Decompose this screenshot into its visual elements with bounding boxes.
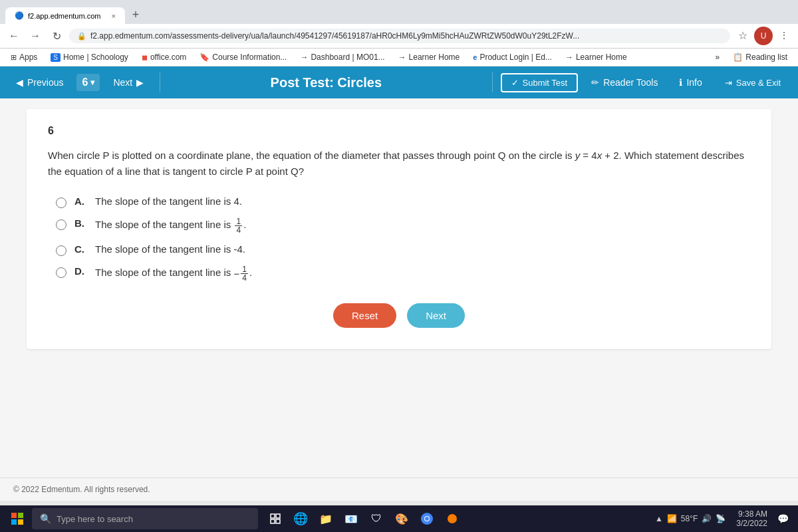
volume-icon: 🔊 bbox=[702, 514, 712, 523]
bookmark-product-label: Product Login | Ed... bbox=[479, 53, 552, 62]
color-button[interactable]: 🎨 bbox=[390, 507, 414, 531]
separator-1 bbox=[160, 72, 160, 92]
taskbar: 🔍 Type here to search 🌐 📁 📧 🛡 🎨 bbox=[0, 505, 798, 532]
option-c-label: C. bbox=[74, 243, 84, 255]
taskbar-search-bar[interactable]: 🔍 Type here to search bbox=[32, 508, 258, 529]
profile-button[interactable]: U bbox=[754, 27, 773, 45]
schoology-icon: S bbox=[51, 53, 61, 62]
separator-2 bbox=[492, 72, 493, 92]
taskbar-icons: 🌐 📁 📧 🛡 🎨 bbox=[263, 507, 464, 531]
dot-button[interactable] bbox=[440, 507, 464, 531]
question-card: 6 When circle P is plotted on a coordina… bbox=[27, 109, 771, 349]
submit-test-button[interactable]: ✓ Submit Test bbox=[501, 73, 579, 92]
bookmark-button[interactable]: ☆ bbox=[734, 27, 751, 44]
tab-close-icon[interactable]: × bbox=[112, 12, 116, 20]
taskbar-clock[interactable]: 9:38 AM 3/2/2022 bbox=[736, 509, 767, 528]
bookmark-learner2[interactable]: → Learner Home bbox=[560, 51, 632, 64]
bookmark-course-label: Course Information... bbox=[212, 53, 287, 62]
reset-button[interactable]: Reset bbox=[333, 303, 396, 328]
previous-icon: ◀ bbox=[16, 77, 23, 88]
save-exit-button[interactable]: ⇥ Save & Exit bbox=[716, 74, 790, 91]
option-a-text: The slope of the tangent line is 4. bbox=[95, 196, 242, 207]
app-toolbar: ◀ Previous 6 ▾ Next ▶ Post Test: Circles… bbox=[0, 66, 798, 98]
wifi-icon: 📶 bbox=[667, 514, 677, 523]
option-d-label: D. bbox=[74, 265, 84, 277]
bookmark-office[interactable]: ◼ office.com bbox=[136, 51, 192, 64]
option-b-text: The slope of the tangent line is 14. bbox=[95, 217, 246, 234]
question-number-display: 6 bbox=[48, 125, 750, 137]
chrome-button[interactable] bbox=[415, 507, 439, 531]
reader-tools-button[interactable]: ✏ Reader Tools bbox=[583, 73, 666, 92]
menu-button[interactable]: ⋮ bbox=[775, 27, 793, 44]
fraction-d: 14 bbox=[241, 265, 248, 282]
dashboard-icon: → bbox=[300, 53, 308, 62]
notification-icon: 💬 bbox=[777, 513, 789, 524]
date-display: 3/2/2022 bbox=[736, 519, 767, 528]
option-d-radio[interactable] bbox=[56, 267, 66, 278]
option-a[interactable]: A. The slope of the tangent line is 4. bbox=[56, 196, 750, 208]
chrome-icon bbox=[421, 513, 433, 525]
svg-rect-3 bbox=[18, 519, 23, 525]
task-view-button[interactable] bbox=[263, 507, 287, 531]
previous-button[interactable]: ◀ Previous bbox=[8, 73, 71, 92]
page-title: Post Test: Circles bbox=[168, 75, 483, 90]
bookmark-schoology-label: Home | Schoology bbox=[63, 53, 128, 62]
next-button-main[interactable]: Next bbox=[407, 303, 465, 328]
action-buttons: Reset Next bbox=[48, 303, 750, 333]
file-explorer-button[interactable]: 📁 bbox=[314, 507, 338, 531]
notification-button[interactable]: 💬 bbox=[773, 507, 793, 531]
bookmarks-bar: ⊞ Apps S Home | Schoology ◼ office.com 🔖… bbox=[0, 49, 798, 66]
bookmark-office-label: office.com bbox=[150, 53, 186, 62]
security-button[interactable]: 🛡 bbox=[364, 507, 388, 531]
option-a-radio[interactable] bbox=[56, 198, 66, 208]
edge-button[interactable]: 🌐 bbox=[289, 507, 313, 531]
folder-icon: 📁 bbox=[319, 513, 332, 525]
dropdown-icon: ▾ bbox=[90, 78, 94, 87]
svg-point-10 bbox=[425, 517, 429, 521]
next-icon-toolbar: ▶ bbox=[136, 77, 144, 88]
reading-list-button[interactable]: 📋 Reading list bbox=[728, 51, 793, 64]
time-display: 9:38 AM bbox=[736, 509, 767, 519]
svg-rect-5 bbox=[276, 514, 280, 518]
info-button[interactable]: ℹ Info bbox=[671, 73, 710, 92]
bookmark-learner1[interactable]: → Learner Home bbox=[393, 51, 466, 64]
address-bar[interactable]: 🔒 f2.app.edmentum.com/assessments-delive… bbox=[69, 29, 730, 43]
refresh-button[interactable]: ↻ bbox=[48, 27, 65, 45]
forward-button[interactable]: → bbox=[27, 27, 44, 45]
back-button[interactable]: ← bbox=[5, 27, 23, 45]
browser-tabs: 🔵 f2.app.edmentum.com × + bbox=[5, 3, 793, 24]
options-list: A. The slope of the tangent line is 4. B… bbox=[56, 196, 750, 282]
windows-logo-icon bbox=[11, 513, 23, 525]
active-tab[interactable]: 🔵 f2.app.edmentum.com × bbox=[5, 7, 125, 24]
reading-list-icon: 📋 bbox=[733, 53, 743, 62]
mail-button[interactable]: 📧 bbox=[339, 507, 363, 531]
svg-rect-7 bbox=[276, 519, 280, 523]
option-c[interactable]: C. The slope of the tangent line is -4. bbox=[56, 243, 750, 256]
next-button-toolbar[interactable]: Next ▶ bbox=[105, 73, 152, 92]
bookmark-learner1-label: Learner Home bbox=[409, 53, 460, 62]
option-d-text: The slope of the tangent line is −14. bbox=[95, 265, 252, 282]
question-selector[interactable]: 6 ▾ bbox=[76, 74, 100, 91]
more-bookmarks-button[interactable]: » bbox=[710, 51, 726, 64]
next-label-toolbar: Next bbox=[113, 77, 132, 88]
bookmark-course[interactable]: 🔖 Course Information... bbox=[194, 51, 292, 64]
reading-list-label: Reading list bbox=[745, 53, 787, 62]
start-button[interactable] bbox=[5, 507, 29, 531]
course-icon: 🔖 bbox=[200, 53, 209, 62]
option-a-label: A. bbox=[74, 196, 84, 207]
mail-icon: 📧 bbox=[344, 513, 358, 525]
option-d[interactable]: D. The slope of the tangent line is −14. bbox=[56, 265, 750, 282]
bookmark-dashboard[interactable]: → Dashboard | MO01... bbox=[295, 51, 390, 64]
bookmark-apps[interactable]: ⊞ Apps bbox=[5, 51, 43, 64]
bookmark-schoology[interactable]: S Home | Schoology bbox=[45, 51, 134, 64]
option-b[interactable]: B. The slope of the tangent line is 14. bbox=[56, 217, 750, 234]
question-text: When circle P is plotted on a coordinate… bbox=[48, 148, 750, 180]
neg-fraction-d: −14 bbox=[233, 265, 249, 282]
option-c-radio[interactable] bbox=[56, 245, 66, 256]
temperature-display: 58°F bbox=[681, 514, 698, 523]
option-b-radio[interactable] bbox=[56, 219, 66, 230]
learner1-icon: → bbox=[398, 53, 406, 62]
bookmark-product[interactable]: e Product Login | Ed... bbox=[467, 51, 557, 64]
fraction-b-denominator: 4 bbox=[235, 226, 242, 234]
new-tab-button[interactable]: + bbox=[126, 5, 145, 24]
